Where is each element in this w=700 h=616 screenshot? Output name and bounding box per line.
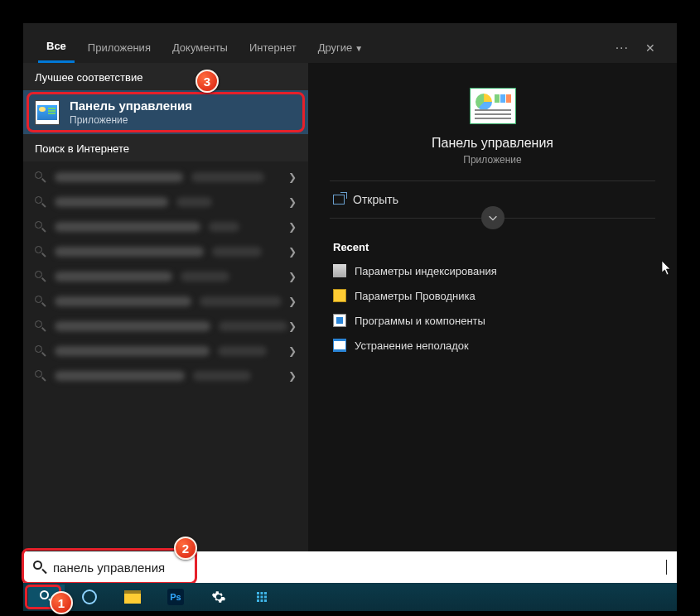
recent-item[interactable]: Параметры Проводника: [330, 283, 655, 308]
photoshop-icon: Ps: [167, 589, 184, 605]
chevron-right-icon: ❯: [288, 320, 297, 332]
recent-item-label: Устранение неполадок: [355, 339, 469, 352]
web-result-item[interactable]: ❯: [23, 190, 308, 214]
recent-item[interactable]: Программы и компоненты: [330, 308, 655, 333]
preview-subtitle: Приложение: [330, 154, 655, 166]
recent-item-icon: [333, 289, 346, 302]
blurred-text: [176, 197, 212, 207]
recent-header: Recent: [333, 241, 652, 253]
tab-docs[interactable]: Документы: [164, 35, 236, 62]
blurred-text: [55, 321, 210, 331]
best-match-subtitle: Приложение: [70, 114, 192, 126]
section-best-match: Лучшее соответствие: [23, 63, 308, 90]
search-icon: [35, 221, 46, 233]
tab-internet[interactable]: Интернет: [241, 35, 305, 62]
windows-search-panel: Все Приложения Документы Интернет Другие…: [23, 23, 677, 551]
recent-item-label: Параметры индексирования: [355, 265, 497, 277]
recent-item-icon: [333, 339, 346, 352]
open-label: Открыть: [353, 193, 398, 206]
search-icon: [35, 246, 46, 257]
preview-app-icon: [470, 88, 516, 124]
close-button[interactable]: ✕: [639, 36, 662, 60]
app-icon: [254, 590, 269, 604]
open-icon: [333, 195, 345, 205]
search-icon: [35, 296, 46, 307]
web-result-item[interactable]: ❯: [23, 214, 308, 239]
web-result-item[interactable]: ❯: [23, 339, 308, 363]
web-result-item[interactable]: ❯: [23, 165, 308, 190]
recent-item-label: Параметры Проводника: [355, 290, 476, 302]
section-internet: Поиск в Интернете: [23, 134, 308, 161]
search-filter-tabs: Все Приложения Документы Интернет Другие…: [23, 23, 677, 63]
taskbar-cortana-button[interactable]: [71, 585, 108, 609]
blurred-text: [55, 346, 210, 356]
recent-item[interactable]: Параметры индексирования: [330, 258, 655, 283]
chevron-right-icon: ❯: [288, 246, 297, 257]
tab-all[interactable]: Все: [38, 33, 75, 63]
blurred-text: [181, 272, 229, 282]
annotation-badge-1: 1: [50, 591, 73, 614]
preview-pane: Панель управления Приложение Открыть Rec…: [308, 63, 677, 551]
blurred-text: [55, 296, 191, 306]
cortana-icon: [82, 590, 97, 604]
blurred-text: [209, 222, 239, 232]
blurred-text: [55, 222, 200, 232]
gear-icon: [211, 590, 226, 604]
blurred-text: [55, 172, 183, 182]
web-result-item[interactable]: ❯: [23, 264, 308, 289]
search-icon: [35, 370, 46, 382]
blurred-text: [219, 321, 287, 331]
web-result-item[interactable]: ❯: [23, 239, 308, 264]
blurred-text: [55, 247, 204, 257]
web-result-item[interactable]: ❯: [23, 289, 308, 314]
blurred-text: [200, 296, 282, 306]
chevron-right-icon: ❯: [288, 271, 297, 282]
tab-apps[interactable]: Приложения: [80, 35, 159, 62]
blurred-text: [55, 272, 172, 282]
blurred-text: [193, 371, 251, 381]
recent-item-label: Программы и компоненты: [355, 315, 485, 327]
annotation-badge-2: 2: [174, 537, 197, 560]
search-icon: [35, 171, 46, 183]
best-match-title: Панель управления: [70, 99, 192, 113]
annotation-badge-3: 3: [196, 70, 219, 93]
taskbar: Ps: [23, 583, 677, 611]
file-explorer-icon: [124, 590, 141, 604]
more-options-button[interactable]: ···: [611, 36, 634, 60]
search-icon: [35, 196, 46, 208]
recent-list: Параметры индексированияПараметры Провод…: [330, 258, 655, 358]
control-panel-icon: [35, 100, 60, 125]
chevron-right-icon: ❯: [288, 171, 297, 183]
search-icon: [33, 561, 46, 574]
taskbar-app-button[interactable]: [244, 585, 280, 609]
chevron-down-icon: ▼: [355, 44, 363, 53]
web-result-item[interactable]: ❯: [23, 314, 308, 339]
recent-item-icon: [333, 264, 346, 277]
blurred-text: [55, 371, 185, 381]
search-input[interactable]: [53, 561, 668, 575]
blurred-text: [218, 346, 267, 356]
search-icon: [35, 271, 46, 282]
search-icon: [35, 320, 46, 332]
chevron-right-icon: ❯: [288, 345, 297, 357]
best-match-result[interactable]: Панель управления Приложение: [23, 90, 308, 134]
blurred-text: [212, 247, 262, 257]
tab-other-label: Другие: [318, 41, 353, 54]
expand-button[interactable]: [481, 206, 504, 229]
taskbar-explorer-button[interactable]: [114, 585, 151, 609]
chevron-right-icon: ❯: [288, 296, 297, 307]
recent-item-icon: [333, 314, 346, 327]
taskbar-photoshop-button[interactable]: Ps: [157, 585, 194, 609]
search-input-bar[interactable]: [23, 551, 677, 583]
tab-other[interactable]: Другие▼: [310, 35, 372, 62]
chevron-right-icon: ❯: [288, 221, 297, 233]
text-caret: [666, 560, 667, 575]
chevron-right-icon: ❯: [288, 370, 297, 382]
chevron-right-icon: ❯: [288, 196, 297, 208]
web-result-item[interactable]: ❯: [23, 363, 308, 388]
preview-title: Панель управления: [330, 136, 655, 151]
recent-item[interactable]: Устранение неполадок: [330, 333, 655, 358]
taskbar-settings-button[interactable]: [200, 585, 237, 609]
blurred-text: [191, 172, 264, 182]
blurred-text: [55, 197, 168, 207]
